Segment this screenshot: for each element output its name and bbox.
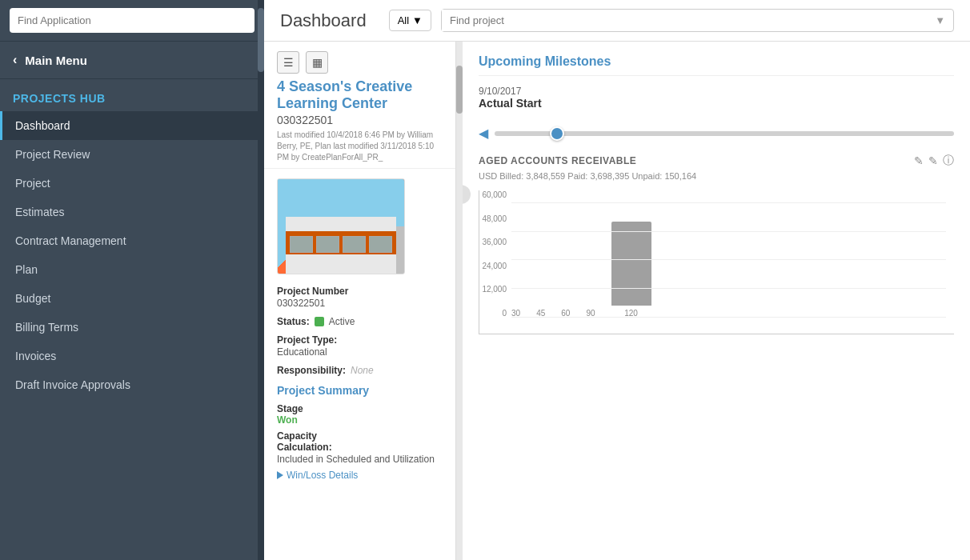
aged-ar-title: AGED ACCOUNTS RECEIVABLE <box>479 155 636 166</box>
responsibility-label: Responsibility: <box>277 365 346 376</box>
sidebar-item-budget[interactable]: Budget <box>0 284 264 313</box>
responsibility-field: Responsibility: None <box>277 364 443 376</box>
win-loss-link[interactable]: Win/Loss Details <box>277 470 443 481</box>
stage-field: Stage Won <box>277 403 443 426</box>
aged-ar-section: AGED ACCOUNTS RECEIVABLE ✎ ✎ ⓘ USD Bille… <box>479 154 954 334</box>
main-content: Dashboard All ▼ ▼ ☰ ▦ 4 Season's Creativ… <box>264 0 970 560</box>
projects-hub-label: PROJECTS HUB <box>0 79 264 111</box>
edit-icon-1[interactable]: ✎ <box>914 154 924 167</box>
project-type-label: Project Type: <box>277 334 337 346</box>
project-details-section: Project Number 030322501 Status: Active … <box>264 169 455 490</box>
sidebar-item-invoices[interactable]: Invoices <box>0 342 264 370</box>
capacity-calc-value: Included in Scheduled and Utilization <box>277 454 443 465</box>
project-number-field: Project Number 030322501 <box>277 286 443 309</box>
panel-separator <box>456 42 463 560</box>
list-view-icon[interactable]: ☰ <box>277 51 299 74</box>
find-project-container: ▼ <box>441 9 954 32</box>
grid-line-1 <box>511 288 946 289</box>
win-loss-label: Win/Loss Details <box>287 470 358 481</box>
sidebar-item-estimates[interactable]: Estimates <box>0 198 264 226</box>
sidebar: ‹ Main Menu PROJECTS HUB DashboardProjec… <box>0 0 264 560</box>
y-axis-label: 60,000 <box>482 190 507 199</box>
project-type-value: Educational <box>277 346 443 358</box>
grid-line-0 <box>511 317 946 318</box>
status-field: Status: Active <box>277 315 443 327</box>
y-axis-label: 12,000 <box>482 285 507 294</box>
project-number-label: Project Number <box>277 286 443 297</box>
project-name: 4 Season's Creative Learning Center <box>277 78 443 112</box>
sidebar-item-project-review[interactable]: Project Review <box>0 140 264 169</box>
project-number: 030322501 <box>277 114 443 126</box>
sidebar-item-project[interactable]: Project <box>0 169 264 198</box>
vertical-scrollbar-thumb[interactable] <box>456 66 463 114</box>
y-axis-label: 48,000 <box>482 214 507 223</box>
aged-ar-subtitle: USD Billed: 3,848,559 Paid: 3,698,395 Un… <box>479 171 954 181</box>
bar-chart: 012,00024,00036,00048,00060,000 30456090… <box>479 190 954 334</box>
grid-line-4 <box>511 202 946 203</box>
milestones-section: Upcoming Milestones 9/10/2017 Actual Sta… <box>479 54 954 110</box>
grid-line-2 <box>511 259 946 260</box>
timeline-slider: ◀ <box>479 126 954 141</box>
right-content: ‹ Upcoming Milestones 9/10/2017 Actual S… <box>463 42 970 347</box>
status-value: Active <box>329 316 355 327</box>
capacity-calc-label: Calculation: <box>277 442 443 453</box>
win-loss-expand-icon <box>277 471 283 479</box>
y-axis-label: 0 <box>502 309 507 318</box>
edit-icon-2[interactable]: ✎ <box>928 154 938 167</box>
back-chevron-icon: ‹ <box>13 53 17 67</box>
sidebar-scrollbar-thumb[interactable] <box>258 8 264 72</box>
aged-ar-header: AGED ACCOUNTS RECEIVABLE ✎ ✎ ⓘ <box>479 154 954 168</box>
y-axis-label: 36,000 <box>482 238 507 246</box>
slider-left-arrow-icon[interactable]: ◀ <box>479 126 488 141</box>
main-menu-label: Main Menu <box>25 54 87 67</box>
y-axis-label: 24,000 <box>482 262 507 270</box>
y-axis: 012,00024,00036,00048,00060,000 <box>479 190 510 318</box>
capacity-label: Capacity <box>277 430 443 442</box>
chart-bars: 30456090120 <box>511 198 946 334</box>
sidebar-scrollbar[interactable] <box>258 0 264 560</box>
nav-items: DashboardProject ReviewProjectEstimatesC… <box>0 111 264 399</box>
left-panel: ☰ ▦ 4 Season's Creative Learning Center … <box>264 42 456 560</box>
capacity-field: Capacity Calculation: Included in Schedu… <box>277 430 443 465</box>
responsibility-value: None <box>351 365 374 376</box>
bar-group-120: 120 <box>611 222 651 318</box>
slider-thumb[interactable] <box>550 126 564 141</box>
page-title: Dashboard <box>280 10 367 31</box>
search-input[interactable] <box>10 8 255 33</box>
milestone-name: Actual Start <box>479 97 954 110</box>
slider-track[interactable] <box>495 131 954 136</box>
header: Dashboard All ▼ ▼ <box>264 0 970 42</box>
filter-dropdown[interactable]: All ▼ <box>389 10 431 31</box>
sidebar-item-contract-management[interactable]: Contract Management <box>0 226 264 255</box>
sidebar-item-dashboard[interactable]: Dashboard <box>0 111 264 140</box>
sidebar-item-billing-terms[interactable]: Billing Terms <box>0 313 264 342</box>
copy-icon[interactable]: ▦ <box>306 51 328 74</box>
filter-chevron-icon: ▼ <box>412 14 423 26</box>
content-area: ☰ ▦ 4 Season's Creative Learning Center … <box>264 42 970 560</box>
find-project-input[interactable] <box>442 10 927 31</box>
project-image <box>277 178 405 274</box>
status-label: Status: <box>277 316 310 327</box>
grid-line-3 <box>511 231 946 232</box>
collapse-chevron-icon[interactable]: ‹ <box>463 185 471 204</box>
project-header: ☰ ▦ 4 Season's Creative Learning Center … <box>264 42 455 169</box>
sidebar-item-plan[interactable]: Plan <box>0 255 264 284</box>
project-number-value: 030322501 <box>277 298 443 309</box>
main-menu-button[interactable]: ‹ Main Menu <box>0 42 264 79</box>
search-container <box>0 0 264 42</box>
project-type-field: Project Type: Educational <box>277 334 443 358</box>
aged-ar-icons: ✎ ✎ ⓘ <box>914 154 954 168</box>
project-modified: Last modified 10/4/2018 6:46 PM by Willi… <box>277 130 443 163</box>
stage-value: Won <box>277 414 443 426</box>
find-project-chevron-icon[interactable]: ▼ <box>927 10 953 31</box>
right-panel: ‹ Upcoming Milestones 9/10/2017 Actual S… <box>463 42 970 560</box>
filter-label: All <box>398 14 409 26</box>
milestone-date: 9/10/2017 <box>479 86 954 97</box>
sidebar-item-draft-invoice-approvals[interactable]: Draft Invoice Approvals <box>0 370 264 399</box>
milestones-title: Upcoming Milestones <box>479 54 954 76</box>
project-summary-heading: Project Summary <box>277 384 443 397</box>
stage-label: Stage <box>277 403 443 414</box>
project-header-icons: ☰ ▦ <box>277 51 443 74</box>
info-icon[interactable]: ⓘ <box>943 154 954 168</box>
bar-120 <box>611 222 651 306</box>
